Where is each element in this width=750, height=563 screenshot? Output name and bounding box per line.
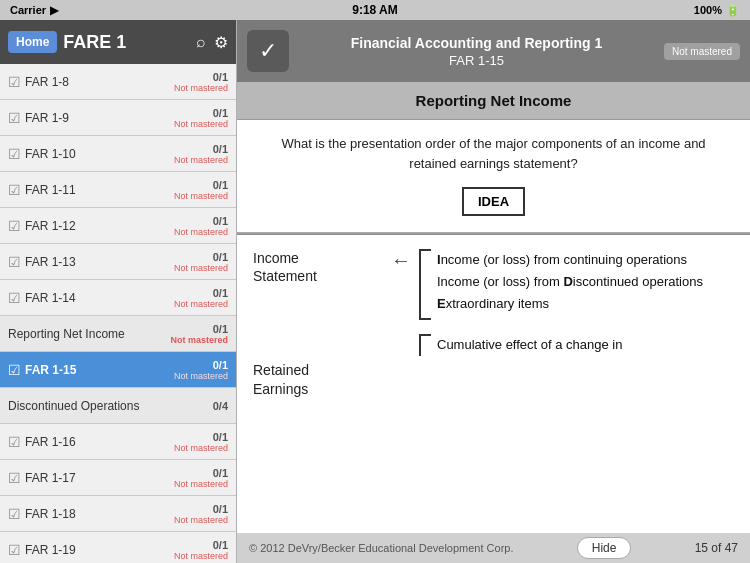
home-button[interactable]: Home — [8, 31, 57, 53]
idea-button[interactable]: IDEA — [462, 187, 525, 216]
card-section-title: Reporting Net Income — [237, 82, 750, 120]
diagram-item-1: Income (or loss) from continuing operati… — [437, 249, 734, 271]
sidebar-item-far-1-9[interactable]: ☑FAR 1-90/1Not mastered — [0, 100, 236, 136]
header-main-title: Financial Accounting and Reporting 1 — [299, 35, 654, 51]
sidebar-item-right-far-1-17: 0/1Not mastered — [174, 467, 228, 489]
income-bracket: Income (or loss) from continuing operati… — [419, 249, 734, 320]
sidebar-item-far-1-8[interactable]: ☑FAR 1-80/1Not mastered — [0, 64, 236, 100]
hide-button[interactable]: Hide — [577, 537, 632, 559]
sidebar-item-label-far-1-11: FAR 1-11 — [25, 183, 174, 197]
sidebar-item-label-far-1-19: FAR 1-19 — [25, 543, 174, 557]
main-content: ✓ Financial Accounting and Reporting 1 F… — [237, 20, 750, 563]
sidebar-item-right-far-1-19: 0/1Not mastered — [174, 539, 228, 561]
sidebar-item-label-far-1-15: FAR 1-15 — [25, 363, 174, 377]
sidebar-item-discontinued-operations[interactable]: Discontinued Operations0/4 — [0, 388, 236, 424]
header-sub-title: FAR 1-15 — [299, 53, 654, 68]
sidebar-item-far-1-11[interactable]: ☑FAR 1-110/1Not mastered — [0, 172, 236, 208]
sidebar-item-right-far-1-18: 0/1Not mastered — [174, 503, 228, 525]
sidebar-item-far-1-18[interactable]: ☑FAR 1-180/1Not mastered — [0, 496, 236, 532]
sidebar: Home FARE 1 ⌕ ⚙ ☑FAR 1-80/1Not mastered☑… — [0, 20, 237, 563]
sidebar-item-label-far-1-12: FAR 1-12 — [25, 219, 174, 233]
sidebar-item-right-far-1-15: 0/1Not mastered — [174, 359, 228, 381]
header-checkmark-icon: ✓ — [247, 30, 289, 72]
status-battery: 100% 🔋 — [694, 4, 740, 17]
content-footer: © 2012 DeVry/Becker Educational Developm… — [237, 533, 750, 563]
sidebar-item-right-far-1-8: 0/1Not mastered — [174, 71, 228, 93]
diagram-item-2: Income (or loss) from Discontinued opera… — [437, 271, 734, 293]
sidebar-item-far-1-15[interactable]: ☑FAR 1-150/1Not mastered — [0, 352, 236, 388]
sidebar-item-right-far-1-16: 0/1Not mastered — [174, 431, 228, 453]
sidebar-item-label-far-1-8: FAR 1-8 — [25, 75, 174, 89]
card-question: What is the presentation order of the ma… — [237, 120, 750, 183]
page-number: 15 of 47 — [695, 541, 738, 555]
status-bar: Carrier ▶ 9:18 AM 100% 🔋 — [0, 0, 750, 20]
sidebar-item-right-reporting-net-income: 0/1Not mastered — [170, 323, 228, 345]
sidebar-title: FARE 1 — [63, 32, 190, 53]
sidebar-item-far-1-19[interactable]: ☑FAR 1-190/1Not mastered — [0, 532, 236, 563]
copyright-text: © 2012 DeVry/Becker Educational Developm… — [249, 542, 514, 554]
sidebar-item-reporting-net-income[interactable]: Reporting Net Income0/1Not mastered — [0, 316, 236, 352]
sidebar-item-label-reporting-net-income: Reporting Net Income — [8, 327, 170, 341]
sidebar-item-right-far-1-13: 0/1Not mastered — [174, 251, 228, 273]
diagram-content: IncomeStatement RetainedEarnings ← Incom… — [253, 249, 734, 527]
diagram-right: Income (or loss) from continuing operati… — [419, 249, 734, 356]
sidebar-item-right-far-1-10: 0/1Not mastered — [174, 143, 228, 165]
sidebar-item-label-far-1-17: FAR 1-17 — [25, 471, 174, 485]
sidebar-item-right-far-1-14: 0/1Not mastered — [174, 287, 228, 309]
sidebar-item-label-far-1-14: FAR 1-14 — [25, 291, 174, 305]
diagram-labels: IncomeStatement RetainedEarnings — [253, 249, 383, 398]
app-container: Home FARE 1 ⌕ ⚙ ☑FAR 1-80/1Not mastered☑… — [0, 20, 750, 563]
sidebar-item-far-1-13[interactable]: ☑FAR 1-130/1Not mastered — [0, 244, 236, 280]
sidebar-icons: ⌕ ⚙ — [196, 33, 228, 52]
retained-earnings-label: RetainedEarnings — [253, 361, 383, 397]
sidebar-item-far-1-16[interactable]: ☑FAR 1-160/1Not mastered — [0, 424, 236, 460]
sidebar-list: ☑FAR 1-80/1Not mastered☑FAR 1-90/1Not ma… — [0, 64, 236, 563]
retained-bracket: Cumulative effect of a change in — [419, 334, 734, 356]
card-area: Reporting Net Income What is the present… — [237, 82, 750, 533]
arrow-icon: ← — [383, 249, 419, 272]
status-carrier: Carrier ▶ — [10, 4, 58, 17]
header-title-block: Financial Accounting and Reporting 1 FAR… — [299, 35, 654, 68]
idea-container: IDEA — [237, 183, 750, 220]
status-time: 9:18 AM — [352, 3, 398, 17]
sidebar-item-label-discontinued-operations: Discontinued Operations — [8, 399, 178, 413]
sidebar-item-label-far-1-18: FAR 1-18 — [25, 507, 174, 521]
sidebar-item-label-far-1-13: FAR 1-13 — [25, 255, 174, 269]
sidebar-item-far-1-14[interactable]: ☑FAR 1-140/1Not mastered — [0, 280, 236, 316]
gear-icon[interactable]: ⚙ — [214, 33, 228, 52]
divider — [237, 232, 750, 235]
sidebar-header: Home FARE 1 ⌕ ⚙ — [0, 20, 236, 64]
diagram-item-4: Cumulative effect of a change in — [437, 334, 734, 356]
sidebar-item-label-far-1-10: FAR 1-10 — [25, 147, 174, 161]
sidebar-item-far-1-12[interactable]: ☑FAR 1-120/1Not mastered — [0, 208, 236, 244]
sidebar-item-right-far-1-12: 0/1Not mastered — [174, 215, 228, 237]
content-header: ✓ Financial Accounting and Reporting 1 F… — [237, 20, 750, 82]
sidebar-item-right-far-1-11: 0/1Not mastered — [174, 179, 228, 201]
diagram-item-3: Extraordinary items — [437, 293, 734, 315]
sidebar-item-right-far-1-9: 0/1Not mastered — [174, 107, 228, 129]
search-icon[interactable]: ⌕ — [196, 33, 206, 52]
sidebar-item-label-far-1-16: FAR 1-16 — [25, 435, 174, 449]
income-statement-label: IncomeStatement — [253, 249, 383, 285]
sidebar-item-right-discontinued-operations: 0/4 — [178, 400, 228, 412]
sidebar-item-far-1-10[interactable]: ☑FAR 1-100/1Not mastered — [0, 136, 236, 172]
diagram-area: IncomeStatement RetainedEarnings ← Incom… — [237, 239, 750, 533]
sidebar-item-label-far-1-9: FAR 1-9 — [25, 111, 174, 125]
not-mastered-badge: Not mastered — [664, 43, 740, 60]
sidebar-item-far-1-17[interactable]: ☑FAR 1-170/1Not mastered — [0, 460, 236, 496]
